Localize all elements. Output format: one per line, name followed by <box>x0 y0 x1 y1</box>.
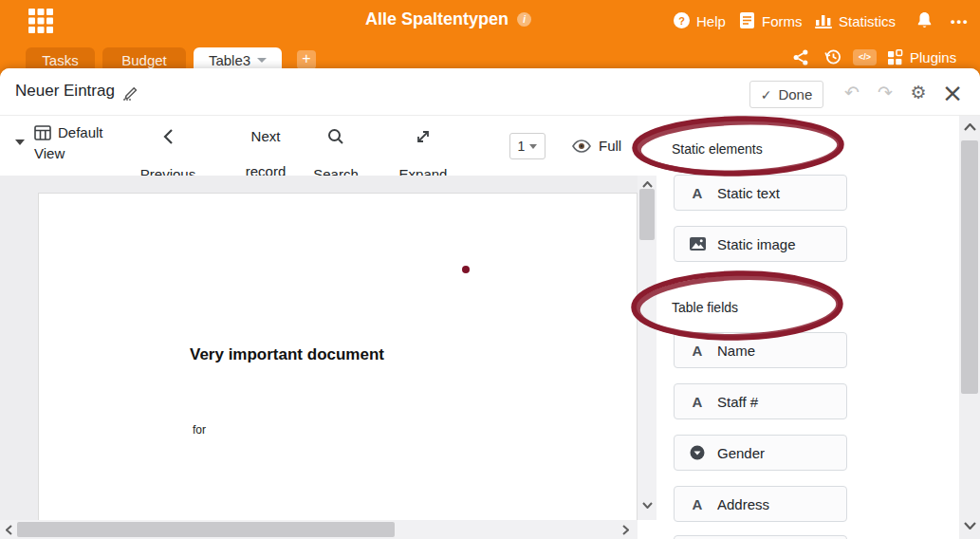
text-field-icon: A <box>689 343 706 359</box>
document-canvas-area: Very important document for <box>0 176 638 520</box>
dialog-title: Neuer Eintrag <box>15 82 115 101</box>
previous-record-button[interactable]: Previous record <box>139 116 197 176</box>
annotation-dot <box>462 266 470 273</box>
scrollbar-thumb[interactable] <box>17 522 395 537</box>
history-button[interactable] <box>824 47 841 66</box>
previous-record-label: Previous record <box>139 165 197 176</box>
dialog-vertical-scrollbar[interactable] <box>959 116 980 539</box>
static-image-button[interactable]: Static image <box>674 226 847 262</box>
document-paragraph: for <box>193 423 206 437</box>
tab-tasks-label: Tasks <box>42 52 78 68</box>
code-icon: </> <box>853 49 877 65</box>
scroll-right-icon[interactable] <box>619 520 632 539</box>
field-name-label: Name <box>717 343 755 359</box>
page-number-value: 1 <box>518 139 526 154</box>
tab-table3-label: Table3 <box>209 52 250 68</box>
table-tab-bar: Tasks Budget Table3 + </> <box>0 43 980 68</box>
field-staff-label: Staff # <box>717 394 758 410</box>
forms-icon <box>739 12 755 31</box>
field-staff-button[interactable]: A Staff # <box>674 383 847 419</box>
app-window: Alle Spaltentypen i ? Help Forms Statis <box>0 0 980 539</box>
more-menu-button[interactable]: ••• <box>951 0 970 43</box>
expand-label: Expand <box>393 165 453 176</box>
scrollbar-thumb[interactable] <box>961 140 978 394</box>
document-horizontal-scrollbar[interactable] <box>0 520 638 539</box>
history-icon <box>824 48 841 65</box>
scroll-up-icon[interactable] <box>959 120 980 135</box>
info-icon[interactable]: i <box>517 12 531 27</box>
section-title-table-fields: Table fields <box>672 300 738 315</box>
settings-gear-button[interactable]: ⚙ <box>906 68 931 116</box>
field-button-partial[interactable] <box>674 535 847 539</box>
full-view-toggle[interactable]: Full <box>572 116 621 176</box>
text-field-icon: A <box>689 394 706 410</box>
field-address-button[interactable]: A Address <box>674 486 847 522</box>
edit-title-icon[interactable] <box>121 84 139 104</box>
chevron-left-icon <box>139 128 197 145</box>
image-field-icon <box>689 237 706 251</box>
plugins-icon <box>887 49 903 65</box>
document-vertical-scrollbar[interactable] <box>638 176 656 520</box>
table-icon <box>34 125 51 140</box>
page-number-select[interactable]: 1 <box>509 133 545 159</box>
notifications-button[interactable] <box>916 0 933 43</box>
plugins-button[interactable]: Plugins <box>887 47 956 66</box>
statistics-icon <box>815 12 832 31</box>
api-script-button[interactable]: </> <box>853 47 877 66</box>
statistics-label: Statistics <box>839 13 896 29</box>
next-record-button[interactable]: Next record <box>235 116 296 176</box>
row-expand-dialog: Neuer Eintrag ✓ Done ↶ ↷ ⚙ × <box>0 68 980 539</box>
app-grid-icon[interactable] <box>28 9 53 37</box>
bell-icon <box>916 11 933 31</box>
section-title-static-elements: Static elements <box>672 141 763 157</box>
view-caret-icon[interactable] <box>15 139 25 145</box>
statistics-button[interactable]: Statistics <box>815 0 896 43</box>
add-table-button[interactable]: + <box>297 50 316 69</box>
help-button[interactable]: ? Help <box>674 0 726 43</box>
plugins-label: Plugins <box>910 49 956 65</box>
elements-panel: Static elements A Static text Static ima… <box>656 116 959 539</box>
field-gender-label: Gender <box>717 445 765 461</box>
tab-dropdown-caret-icon[interactable] <box>257 58 267 63</box>
base-title-text: Alle Spaltentypen <box>365 9 508 29</box>
view-switcher[interactable]: Default View <box>34 122 125 164</box>
single-select-field-icon <box>689 445 706 460</box>
done-label: Done <box>778 86 812 102</box>
next-record-label: Next record <box>235 116 296 176</box>
expand-icon <box>393 128 453 145</box>
undo-button[interactable]: ↶ <box>840 68 864 116</box>
app-header: Alle Spaltentypen i ? Help Forms Statis <box>0 0 980 43</box>
text-field-icon: A <box>689 496 706 512</box>
page-design-toolbar: Default View Previous record Next record… <box>0 116 638 176</box>
static-text-label: Static text <box>717 185 780 201</box>
scroll-down-icon[interactable] <box>638 498 656 511</box>
eye-icon <box>572 139 591 153</box>
scroll-down-icon[interactable] <box>959 518 980 533</box>
text-field-icon: A <box>689 185 706 201</box>
help-icon: ? <box>674 12 690 31</box>
help-label: Help <box>696 13 726 29</box>
search-label: Search <box>305 165 366 176</box>
done-button[interactable]: ✓ Done <box>749 81 823 108</box>
field-gender-button[interactable]: Gender <box>674 435 847 471</box>
expand-button[interactable]: Expand <box>393 116 453 176</box>
tab-budget-label: Budget <box>121 52 167 68</box>
forms-button[interactable]: Forms <box>739 0 803 43</box>
redo-button[interactable]: ↷ <box>873 68 897 116</box>
field-name-button[interactable]: A Name <box>674 332 847 368</box>
forms-label: Forms <box>762 13 803 29</box>
select-caret-icon <box>529 144 537 149</box>
search-button[interactable]: Search <box>305 116 366 176</box>
share-button[interactable] <box>793 47 808 66</box>
static-text-button[interactable]: A Static text <box>674 175 847 211</box>
scrollbar-thumb[interactable] <box>639 189 655 240</box>
scroll-left-icon[interactable] <box>2 520 15 539</box>
static-image-label: Static image <box>717 236 796 252</box>
close-button[interactable]: × <box>940 68 965 116</box>
full-label: Full <box>599 138 621 154</box>
more-icon: ••• <box>951 14 970 28</box>
document-page[interactable]: Very important document for <box>38 193 638 520</box>
share-icon <box>793 49 808 65</box>
check-icon: ✓ <box>761 87 772 102</box>
svg-text:?: ? <box>678 14 685 26</box>
